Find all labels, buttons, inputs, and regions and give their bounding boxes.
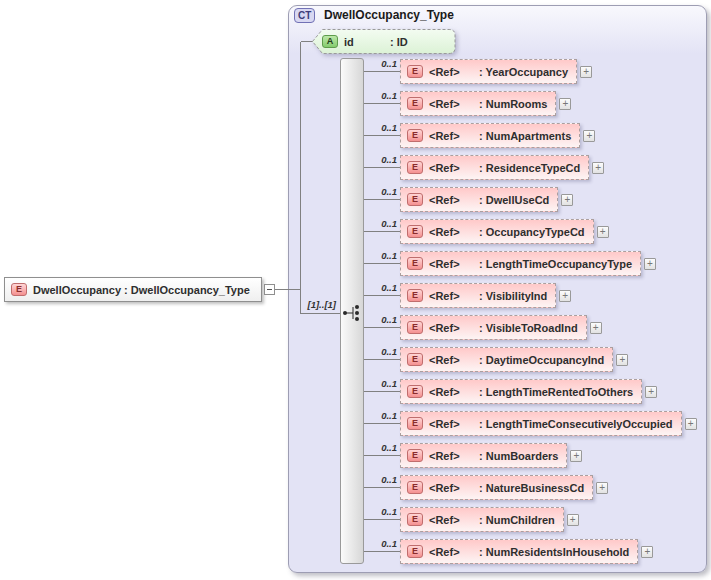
element-ref-box[interactable]: E <Ref> : ResidenceTypeCd [400,155,589,180]
plus-icon: + [647,259,653,269]
attribute-node[interactable]: A id : ID [322,29,408,54]
element-name: : LengthTimeOccupancyType [479,258,632,270]
ref-label: <Ref> [429,546,479,558]
element-ref-box[interactable]: E <Ref> : LengthTimeOccupancyType [400,251,641,276]
expand-button[interactable]: + [580,66,592,78]
element-ref-box[interactable]: E <Ref> : LengthTimeConsecutivelyOccupie… [400,411,682,436]
plus-icon: + [644,547,650,557]
element-name: : ResidenceTypeCd [479,162,580,174]
element-icon: E [407,257,423,270]
expand-button[interactable]: + [561,194,573,206]
element-row: 0..1 E <Ref> : LengthTimeConsecutivelyOc… [364,411,697,436]
element-row: 0..1 E <Ref> : NumResidentsInHousehold + [364,539,653,564]
row-connector-line [364,519,400,520]
expand-button[interactable]: + [583,130,595,142]
element-row: 0..1 E <Ref> : NumBoarders + [364,443,582,468]
expand-button[interactable]: + [559,98,571,110]
element-icon: E [11,283,27,296]
row-connector-line [364,167,400,168]
row-connector-line [364,327,400,328]
ref-label: <Ref> [429,322,479,334]
root-element-box[interactable]: E DwellOccupancy : DwellOccupancy_Type [4,277,262,302]
element-name: : NumResidentsInHousehold [479,546,629,558]
plus-icon: + [593,323,599,333]
element-name: : DaytimeOccupancyInd [479,354,604,366]
sequence-icon [341,302,363,324]
cardinality-label: 0..1 [364,186,397,197]
expand-button[interactable]: + [570,450,582,462]
ref-label: <Ref> [429,450,479,462]
element-row: 0..1 E <Ref> : DwellUseCd + [364,187,573,212]
element-name: : OccupancyTypeCd [479,226,585,238]
expand-button[interactable]: + [590,322,602,334]
element-ref-box[interactable]: E <Ref> : DwellUseCd [400,187,558,212]
cardinality-label: 0..1 [364,282,397,293]
element-row: 0..1 E <Ref> : VisibleToRoadInd + [364,315,602,340]
element-ref-box[interactable]: E <Ref> : NumChildren [400,507,564,532]
element-ref-box[interactable]: E <Ref> : NumBoarders [400,443,567,468]
element-ref-box[interactable]: E <Ref> : NumApartments [400,123,580,148]
plus-icon: + [562,291,568,301]
plus-icon: + [570,515,576,525]
expand-button[interactable]: + [596,482,608,494]
expand-button[interactable]: + [616,354,628,366]
row-connector-line [364,455,400,456]
element-name: : LengthTimeRentedToOthers [479,386,633,398]
plus-icon: + [688,419,694,429]
plus-icon: + [599,483,605,493]
element-name: : NumRooms [479,98,547,110]
element-icon: E [407,225,423,238]
row-connector-line [364,103,400,104]
element-ref-box[interactable]: E <Ref> : OccupancyTypeCd [400,219,594,244]
element-name: : NumBoarders [479,450,558,462]
element-ref-box[interactable]: E <Ref> : YearOccupancy [400,59,577,84]
cardinality-label: 0..1 [364,378,397,389]
element-row: 0..1 E <Ref> : NumRooms + [364,91,571,116]
row-connector-line [364,71,400,72]
row-connector-line [364,487,400,488]
element-icon: E [407,417,423,430]
expand-button[interactable]: + [567,514,579,526]
element-name: : LengthTimeConsecutivelyOccupied [479,418,673,430]
ref-label: <Ref> [429,386,479,398]
element-ref-box[interactable]: E <Ref> : VisibilityInd [400,283,556,308]
element-ref-box[interactable]: E <Ref> : DaytimeOccupancyInd [400,347,613,372]
attribute-type: : ID [390,36,408,48]
expand-button[interactable]: + [597,226,609,238]
ref-label: <Ref> [429,290,479,302]
row-connector-line [364,135,400,136]
complex-type-title: DwellOccupancy_Type [324,8,454,22]
element-row: 0..1 E <Ref> : LengthTimeOccupancyType + [364,251,656,276]
ref-label: <Ref> [429,130,479,142]
ref-label: <Ref> [429,226,479,238]
element-icon: E [407,545,423,558]
element-ref-box[interactable]: E <Ref> : NumResidentsInHousehold [400,539,638,564]
element-ref-box[interactable]: E <Ref> : LengthTimeRentedToOthers [400,379,642,404]
cardinality-label: 0..1 [364,122,397,133]
element-name: : NumChildren [479,514,555,526]
expand-button[interactable]: + [559,290,571,302]
cardinality-label: 0..1 [364,538,397,549]
expand-button[interactable]: + [592,162,604,174]
element-ref-box[interactable]: E <Ref> : VisibleToRoadInd [400,315,587,340]
element-row: 0..1 E <Ref> : VisibilityInd + [364,283,571,308]
cardinality-label: 0..1 [364,58,397,69]
collapse-connector[interactable] [264,284,275,295]
element-icon: E [407,65,423,78]
element-ref-box[interactable]: E <Ref> : NumRooms [400,91,556,116]
element-icon: E [407,353,423,366]
element-name: : VisibilityInd [479,290,547,302]
element-icon: E [407,129,423,142]
element-name: : YearOccupancy [479,66,568,78]
xsd-diagram-canvas: CT DwellOccupancy_Type E DwellOccupancy … [0,0,711,580]
cardinality-label: 0..1 [364,410,397,421]
element-ref-box[interactable]: E <Ref> : NatureBusinessCd [400,475,593,500]
expand-button[interactable]: + [644,258,656,270]
element-row: 0..1 E <Ref> : NumChildren + [364,507,579,532]
complex-type-badge: CT [294,8,315,23]
element-icon: E [407,161,423,174]
expand-button[interactable]: + [641,546,653,558]
expand-button[interactable]: + [685,418,697,430]
element-row: 0..1 E <Ref> : YearOccupancy + [364,59,592,84]
expand-button[interactable]: + [645,386,657,398]
